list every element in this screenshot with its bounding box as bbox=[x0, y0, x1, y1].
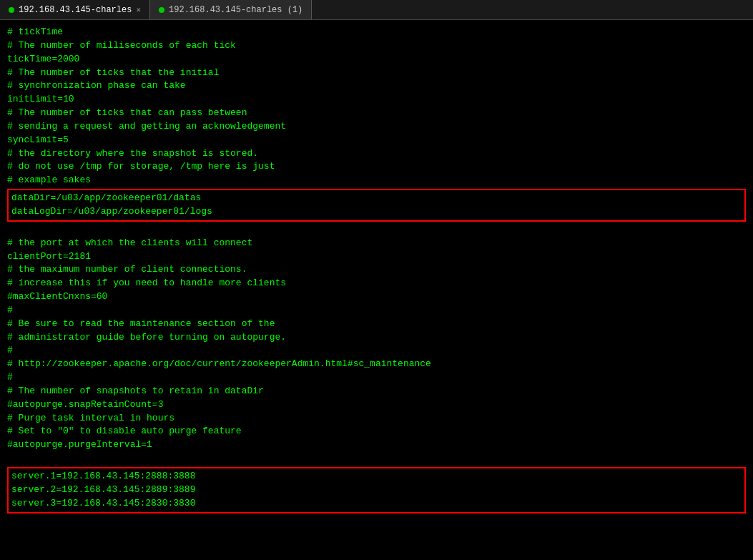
line-empty-1 bbox=[7, 223, 746, 237]
line-server3: server.3=192.168.43.145:2830:3830 bbox=[9, 497, 744, 511]
line-snapshots: # The number of snapshots to retain in d… bbox=[7, 385, 746, 398]
highlight-box-2: server.1=192.168.43.145:2888:3888 server… bbox=[7, 467, 746, 514]
line-increase: # increase this if you need to handle mo… bbox=[7, 277, 746, 290]
line-initlimit: initLimit=10 bbox=[7, 93, 746, 107]
line-be-sure: # Be sure to read the maintenance sectio… bbox=[7, 318, 746, 331]
line-empty-2 bbox=[7, 452, 746, 466]
line-snap-retain: #autopurge.snapRetainCount=3 bbox=[7, 398, 746, 412]
line-server1: server.1=192.168.43.145:2888:3888 bbox=[9, 470, 744, 483]
tab-2[interactable]: 192.168.43.145-charles (1) bbox=[150, 0, 312, 19]
line-no-tmp: # do not use /tmp for storage, /tmp here… bbox=[7, 160, 746, 174]
line-clientport: clientPort=2181 bbox=[7, 250, 746, 264]
line-server2: server.2=192.168.43.145:2889:3889 bbox=[9, 483, 744, 497]
line-example-sakes: # example sakes bbox=[7, 174, 746, 187]
line-ticks-initial: # The number of ticks that the initial bbox=[7, 67, 746, 80]
line-synclimit: syncLimit=5 bbox=[7, 134, 746, 147]
line-max-connections: # the maximum number of client connectio… bbox=[7, 263, 746, 277]
line-sending-request: # sending a request and getting an ackno… bbox=[7, 120, 746, 134]
line-maxclientcnxns: #maxClientCnxns=60 bbox=[7, 290, 746, 304]
line-ticks-between: # The number of ticks that can pass betw… bbox=[7, 107, 746, 120]
tab-1[interactable]: 192.168.43.145-charles ✕ bbox=[0, 0, 150, 19]
line-set-to-zero: # Set to "0" to disable auto purge featu… bbox=[7, 425, 746, 438]
line-snapshot-dir: # the directory where the snapshot is st… bbox=[7, 147, 746, 161]
line-hash-3: # bbox=[7, 371, 746, 385]
line-milliseconds: # The number of milliseconds of each tic… bbox=[7, 39, 746, 53]
line-hash-2: # bbox=[7, 344, 746, 358]
line-purge-task: # Purge task interval in hours bbox=[7, 412, 746, 426]
highlight-box-1: dataDir=/u03/app/zookeeper01/datas dataL… bbox=[7, 189, 746, 222]
line-port-comment: # the port at which the clients will con… bbox=[7, 237, 746, 250]
line-datalogdir: dataLogDir=/u03/app/zookeeper01/logs bbox=[9, 205, 744, 219]
tab-2-icon bbox=[159, 7, 164, 13]
tab-1-label: 192.168.43.145-charles bbox=[19, 5, 132, 15]
tab-1-icon bbox=[9, 7, 14, 13]
tab-1-close[interactable]: ✕ bbox=[136, 5, 141, 14]
tab-2-label: 192.168.43.145-charles (1) bbox=[169, 5, 302, 15]
line-ticktime-comment-header: # tickTime bbox=[7, 26, 746, 39]
line-http: # http://zookeeper.apache.org/doc/curren… bbox=[7, 358, 746, 371]
title-bar: 192.168.43.145-charles ✕ 192.168.43.145-… bbox=[0, 0, 753, 20]
line-sync-phase: # synchronization phase can take bbox=[7, 79, 746, 93]
line-hash-1: # bbox=[7, 304, 746, 318]
line-purge-interval: #autopurge.purgeInterval=1 bbox=[7, 438, 746, 452]
terminal: # tickTime # The number of milliseconds … bbox=[0, 20, 753, 560]
line-ticktime-val: tickTime=2000 bbox=[7, 53, 746, 67]
line-datadir: dataDir=/u03/app/zookeeper01/datas bbox=[9, 192, 744, 205]
line-admin-guide: # administrator guide before turning on … bbox=[7, 331, 746, 345]
